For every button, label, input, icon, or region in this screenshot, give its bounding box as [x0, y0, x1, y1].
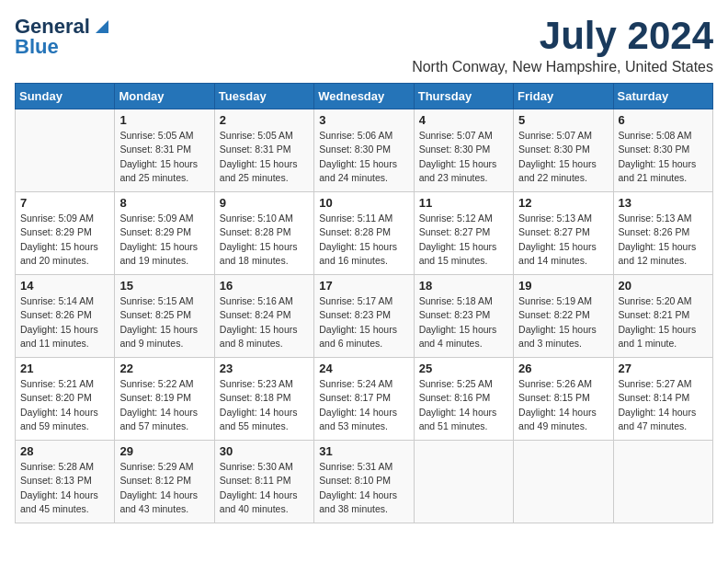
- day-number: 3: [319, 113, 408, 127]
- day-info: Sunrise: 5:07 AM Sunset: 8:30 PM Dayligh…: [419, 129, 508, 185]
- day-number: 30: [220, 444, 309, 458]
- day-number: 21: [20, 362, 109, 375]
- calendar-cell: 25Sunrise: 5:25 AM Sunset: 8:16 PM Dayli…: [414, 358, 513, 441]
- day-info: Sunrise: 5:11 AM Sunset: 8:28 PM Dayligh…: [319, 212, 408, 268]
- day-info: Sunrise: 5:08 AM Sunset: 8:30 PM Dayligh…: [619, 129, 708, 185]
- calendar-week-row: 7Sunrise: 5:09 AM Sunset: 8:29 PM Daylig…: [16, 192, 713, 275]
- header-row: SundayMondayTuesdayWednesdayThursdayFrid…: [16, 84, 713, 109]
- calendar-week-row: 21Sunrise: 5:21 AM Sunset: 8:20 PM Dayli…: [16, 358, 713, 441]
- day-number: 14: [20, 279, 109, 293]
- day-number: 15: [119, 279, 209, 293]
- calendar-cell: 18Sunrise: 5:18 AM Sunset: 8:23 PM Dayli…: [414, 275, 513, 358]
- weekday-header: Wednesday: [314, 84, 414, 109]
- day-number: 12: [518, 196, 608, 210]
- day-number: 7: [20, 196, 109, 210]
- day-info: Sunrise: 5:06 AM Sunset: 8:30 PM Dayligh…: [319, 129, 408, 185]
- calendar-cell: 6Sunrise: 5:08 AM Sunset: 8:30 PM Daylig…: [613, 109, 712, 192]
- day-info: Sunrise: 5:21 AM Sunset: 8:20 PM Dayligh…: [20, 377, 109, 433]
- svg-marker-0: [96, 20, 108, 33]
- location-title: North Conway, New Hampshire, United Stat…: [412, 59, 713, 75]
- day-info: Sunrise: 5:16 AM Sunset: 8:24 PM Dayligh…: [220, 294, 309, 350]
- day-info: Sunrise: 5:28 AM Sunset: 8:13 PM Dayligh…: [20, 460, 109, 516]
- day-number: 10: [319, 196, 408, 210]
- calendar-cell: 31Sunrise: 5:31 AM Sunset: 8:10 PM Dayli…: [314, 441, 414, 523]
- calendar-cell: [613, 441, 712, 523]
- weekday-header: Tuesday: [214, 84, 313, 109]
- day-info: Sunrise: 5:25 AM Sunset: 8:16 PM Dayligh…: [419, 377, 508, 433]
- day-number: 1: [119, 113, 209, 127]
- title-area: July 2024 North Conway, New Hampshire, U…: [412, 15, 713, 75]
- calendar-cell: 30Sunrise: 5:30 AM Sunset: 8:11 PM Dayli…: [214, 441, 313, 523]
- day-number: 22: [119, 362, 209, 375]
- day-number: 17: [319, 279, 408, 293]
- day-number: 11: [419, 196, 508, 210]
- day-info: Sunrise: 5:09 AM Sunset: 8:29 PM Dayligh…: [20, 212, 109, 268]
- logo-blue: Blue: [15, 35, 59, 59]
- calendar-cell: 8Sunrise: 5:09 AM Sunset: 8:29 PM Daylig…: [115, 192, 214, 275]
- day-info: Sunrise: 5:17 AM Sunset: 8:23 PM Dayligh…: [319, 294, 408, 350]
- calendar-cell: 14Sunrise: 5:14 AM Sunset: 8:26 PM Dayli…: [16, 275, 115, 358]
- calendar-week-row: 1Sunrise: 5:05 AM Sunset: 8:31 PM Daylig…: [16, 109, 713, 192]
- calendar-cell: 17Sunrise: 5:17 AM Sunset: 8:23 PM Dayli…: [314, 275, 414, 358]
- day-number: 29: [119, 444, 209, 458]
- calendar-cell: 7Sunrise: 5:09 AM Sunset: 8:29 PM Daylig…: [16, 192, 115, 275]
- day-number: 6: [619, 113, 708, 127]
- calendar-body: 1Sunrise: 5:05 AM Sunset: 8:31 PM Daylig…: [16, 109, 713, 523]
- day-number: 18: [419, 279, 508, 293]
- day-number: 24: [319, 362, 408, 375]
- calendar-cell: 1Sunrise: 5:05 AM Sunset: 8:31 PM Daylig…: [115, 109, 214, 192]
- calendar-cell: [414, 441, 513, 523]
- weekday-header: Saturday: [613, 84, 712, 109]
- calendar-cell: 27Sunrise: 5:27 AM Sunset: 8:14 PM Dayli…: [613, 358, 712, 441]
- day-number: 25: [419, 362, 508, 375]
- day-info: Sunrise: 5:05 AM Sunset: 8:31 PM Dayligh…: [220, 129, 309, 185]
- calendar-cell: 3Sunrise: 5:06 AM Sunset: 8:30 PM Daylig…: [314, 109, 414, 192]
- calendar-cell: 24Sunrise: 5:24 AM Sunset: 8:17 PM Dayli…: [314, 358, 414, 441]
- calendar-cell: 12Sunrise: 5:13 AM Sunset: 8:27 PM Dayli…: [514, 192, 613, 275]
- calendar-cell: 16Sunrise: 5:16 AM Sunset: 8:24 PM Dayli…: [214, 275, 313, 358]
- weekday-header: Friday: [514, 84, 613, 109]
- day-info: Sunrise: 5:15 AM Sunset: 8:25 PM Dayligh…: [119, 294, 209, 350]
- calendar-cell: 4Sunrise: 5:07 AM Sunset: 8:30 PM Daylig…: [414, 109, 513, 192]
- day-number: 28: [20, 444, 109, 458]
- calendar-cell: 10Sunrise: 5:11 AM Sunset: 8:28 PM Dayli…: [314, 192, 414, 275]
- calendar-header: SundayMondayTuesdayWednesdayThursdayFrid…: [16, 84, 713, 109]
- day-number: 9: [220, 196, 309, 210]
- day-info: Sunrise: 5:07 AM Sunset: 8:30 PM Dayligh…: [518, 129, 608, 185]
- calendar-cell: 19Sunrise: 5:19 AM Sunset: 8:22 PM Dayli…: [514, 275, 613, 358]
- calendar-cell: 9Sunrise: 5:10 AM Sunset: 8:28 PM Daylig…: [214, 192, 313, 275]
- day-info: Sunrise: 5:12 AM Sunset: 8:27 PM Dayligh…: [419, 212, 508, 268]
- calendar-cell: [514, 441, 613, 523]
- day-info: Sunrise: 5:05 AM Sunset: 8:31 PM Dayligh…: [119, 129, 209, 185]
- day-info: Sunrise: 5:29 AM Sunset: 8:12 PM Dayligh…: [119, 460, 209, 516]
- logo-triangle-icon: [92, 17, 112, 37]
- day-number: 23: [220, 362, 309, 375]
- calendar-cell: 29Sunrise: 5:29 AM Sunset: 8:12 PM Dayli…: [115, 441, 214, 523]
- weekday-header: Sunday: [16, 84, 115, 109]
- calendar-cell: 15Sunrise: 5:15 AM Sunset: 8:25 PM Dayli…: [115, 275, 214, 358]
- day-number: 8: [119, 196, 209, 210]
- calendar-cell: 22Sunrise: 5:22 AM Sunset: 8:19 PM Dayli…: [115, 358, 214, 441]
- day-info: Sunrise: 5:31 AM Sunset: 8:10 PM Dayligh…: [319, 460, 408, 516]
- day-number: 31: [319, 444, 408, 458]
- weekday-header: Thursday: [414, 84, 513, 109]
- day-number: 26: [518, 362, 608, 375]
- day-number: 16: [220, 279, 309, 293]
- calendar-cell: [16, 109, 115, 192]
- day-info: Sunrise: 5:19 AM Sunset: 8:22 PM Dayligh…: [518, 294, 608, 350]
- month-title: July 2024: [412, 15, 713, 57]
- calendar-cell: 5Sunrise: 5:07 AM Sunset: 8:30 PM Daylig…: [514, 109, 613, 192]
- day-info: Sunrise: 5:24 AM Sunset: 8:17 PM Dayligh…: [319, 377, 408, 433]
- calendar-week-row: 14Sunrise: 5:14 AM Sunset: 8:26 PM Dayli…: [16, 275, 713, 358]
- day-number: 13: [619, 196, 708, 210]
- calendar-table: SundayMondayTuesdayWednesdayThursdayFrid…: [15, 83, 713, 523]
- day-info: Sunrise: 5:13 AM Sunset: 8:27 PM Dayligh…: [518, 212, 608, 268]
- calendar-cell: 23Sunrise: 5:23 AM Sunset: 8:18 PM Dayli…: [214, 358, 313, 441]
- day-number: 2: [220, 113, 309, 127]
- day-number: 4: [419, 113, 508, 127]
- day-info: Sunrise: 5:22 AM Sunset: 8:19 PM Dayligh…: [119, 377, 209, 433]
- day-info: Sunrise: 5:26 AM Sunset: 8:15 PM Dayligh…: [518, 377, 608, 433]
- calendar-cell: 13Sunrise: 5:13 AM Sunset: 8:26 PM Dayli…: [613, 192, 712, 275]
- calendar-cell: 11Sunrise: 5:12 AM Sunset: 8:27 PM Dayli…: [414, 192, 513, 275]
- day-info: Sunrise: 5:20 AM Sunset: 8:21 PM Dayligh…: [619, 294, 708, 350]
